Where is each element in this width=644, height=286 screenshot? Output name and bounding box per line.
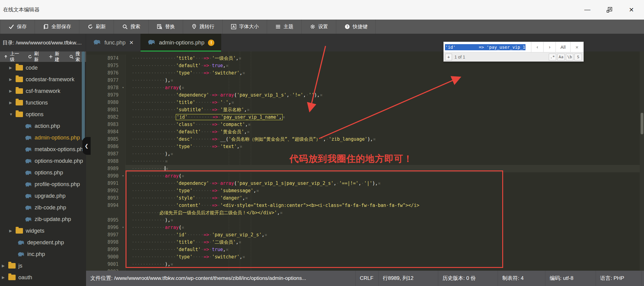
code-line-content[interactable]: ················'type'····=>·'switcher',… (126, 69, 644, 77)
fold-arrow-icon[interactable]: ▾ (122, 224, 124, 231)
toolbar-button-help[interactable]: ?快捷键 (336, 20, 376, 34)
toolbar-button-menu[interactable]: 主题 (267, 20, 302, 34)
tree-folder-oauth[interactable]: ▶oauth (0, 272, 86, 283)
code-line-content[interactable]: ················'content'····=>·'<div·st… (126, 202, 644, 209)
tree-file-zib-update.php[interactable]: zib-update.php (0, 213, 86, 225)
search-close-icon[interactable]: ✕ (571, 42, 583, 52)
code-line-content[interactable]: ················'title'······=>·'·',¤ (126, 99, 644, 106)
tree-item-label: dependent.php (27, 239, 64, 246)
maximize-icon[interactable] (605, 6, 613, 14)
toolbar-button-fontsize[interactable]: 字体大小 (223, 20, 267, 34)
search-add-button[interactable]: + (445, 54, 452, 60)
explorer-toolbar-up[interactable]: 上一级 (0, 51, 24, 62)
tab-admin-options.php[interactable]: admin-options.php! (141, 34, 221, 51)
tree-folder-functions[interactable]: ▶functions (0, 97, 86, 109)
tree-file-admin-options.php[interactable]: admin-options.php (0, 132, 86, 143)
caret-right-icon[interactable]: ▶ (9, 66, 13, 70)
search-option-S[interactable]: S (574, 54, 582, 60)
code-line-content[interactable]: ················'dependency'·=>·array('p… (126, 91, 644, 99)
editor-scrollbar-thumb[interactable] (641, 113, 643, 134)
code-line-content[interactable]: ················'default'·=>·true,¤ (126, 246, 644, 253)
caret-right-icon[interactable]: ▶ (2, 275, 6, 280)
search-all-button[interactable]: All (556, 42, 571, 52)
code-line-content[interactable]: ················'subtitle'···=>·'显示名称',¤ (126, 106, 644, 113)
tree-folder-js[interactable]: ▶js (0, 260, 86, 272)
caret-right-icon[interactable]: ▶ (2, 264, 6, 268)
code-line-content[interactable]: ················'default'·=>·true,¤ (126, 62, 644, 69)
fold-arrow-icon[interactable]: ▾ (122, 84, 124, 91)
toolbar-button-replace[interactable]: 替换 (149, 20, 183, 34)
code-line-content[interactable]: ················'dependency'·=>·array('p… (126, 180, 644, 187)
code-line-content[interactable]: ················'id'·········=>·'pay_use… (126, 113, 644, 121)
sidebar-collapse-button[interactable]: ❮ (82, 137, 91, 155)
toolbar-button-copy[interactable]: 全部保存 (35, 20, 79, 34)
search-prev-button[interactable]: ‹ (531, 42, 544, 52)
tree-file-options-module.php[interactable]: options-module.php (0, 155, 86, 167)
editor-scrollbar[interactable] (640, 51, 644, 271)
code-token: · (217, 92, 220, 98)
code-token: => (212, 144, 217, 149)
tree-file-inc.php[interactable]: inc.php (0, 248, 86, 260)
tree-folder-widgets[interactable]: ▶widgets (0, 225, 86, 237)
tree-item-label: admin-options.php (35, 135, 80, 141)
code-token: => (204, 254, 209, 260)
toolbar-button-pin[interactable]: 跳转行 (183, 20, 223, 34)
code-line-content[interactable]: ················'default'····=>·'黄金会员',¤ (126, 128, 644, 135)
code-token: ············ (132, 225, 165, 230)
caret-right-icon[interactable]: ▶ (9, 89, 13, 93)
code-line-content[interactable]: ················'id'······=>·'pay_user_v… (126, 231, 644, 238)
search-option-Aa[interactable]: Aa (557, 54, 565, 60)
code-line-content[interactable]: ············),¤ (126, 77, 644, 84)
tab-func.php[interactable]: func.php✕ (86, 34, 141, 51)
caret-down-icon[interactable]: ▼ (9, 112, 13, 116)
search-next-button[interactable]: › (544, 42, 556, 52)
caret-right-icon[interactable]: ▶ (9, 229, 13, 233)
code-line-content[interactable]: ············array(¤ (126, 172, 644, 180)
explorer-toolbar-refresh[interactable]: 刷新 (24, 51, 45, 62)
close-icon[interactable]: ✕ (627, 6, 635, 14)
toolbar-button-refresh[interactable]: 刷新 (79, 20, 114, 34)
code-line-content[interactable]: ············),¤ (126, 216, 644, 224)
fold-arrow-icon[interactable]: ▾ (122, 172, 124, 180)
code-line-content[interactable]: ············¤ (126, 268, 644, 271)
toolbar-button-gear[interactable]: 设置 (302, 20, 336, 34)
code-line-content[interactable]: ················'desc'·······=>·__('会员名称… (126, 135, 644, 143)
code-line-content[interactable]: ················'type'····=>·'switcher',… (126, 253, 644, 261)
tree-file-options.php[interactable]: options.php (0, 167, 86, 178)
caret-right-icon[interactable]: ▶ (9, 77, 13, 82)
explorer-toolbar-plus[interactable]: 新建 (45, 51, 65, 62)
code-line-content[interactable]: ············array(¤ (126, 224, 644, 231)
code-line-content[interactable]: ············),¤ (126, 261, 644, 268)
search-input[interactable]: 'id' => 'pay_user_vip_1 (444, 42, 531, 52)
code-line-content[interactable]: ················'type'·······=>·'text',¤ (126, 143, 644, 150)
minimize-icon[interactable]: — (583, 6, 591, 14)
tree-file-metabox-options.php[interactable]: metabox-options.php (0, 143, 86, 155)
tree-file-zib-code.php[interactable]: zib-code.php (0, 202, 86, 213)
code-line-content[interactable]: ················'style'······=>·'danger'… (126, 194, 644, 202)
tree-file-action.php[interactable]: action.php (0, 120, 86, 132)
code-line-content[interactable]: ············array(¤ (126, 84, 644, 91)
code-line-content[interactable]: ············¤ (126, 165, 644, 172)
tree-folder-code[interactable]: ▶code (0, 62, 86, 74)
code-line-content[interactable]: ············¤ (126, 158, 644, 165)
code-line-content[interactable]: ················'type'·······=>·'submess… (126, 187, 644, 194)
sidebar-scrollbar[interactable] (82, 51, 85, 140)
tree-folder-options[interactable]: ▼options (0, 109, 86, 120)
code-editor[interactable]: 8974················'title'···=>·'一级会员',… (86, 51, 644, 271)
tab-close-icon[interactable]: ✕ (129, 40, 134, 46)
tree-folder-codestar-framework[interactable]: ▶codestar-framework (0, 74, 86, 85)
search-option-[interactable]: .* (549, 54, 556, 60)
code-line-content[interactable]: ··········必须先开启一级会员后才能开启二级会员！</b></div>'… (126, 209, 644, 216)
tree-file-profile-options.php[interactable]: profile-options.php (0, 178, 86, 190)
tree-file-dependent.php[interactable]: dependent.php (0, 237, 86, 248)
folder-icon (16, 112, 23, 117)
tree-file-upgrade.php[interactable]: upgrade.php (0, 190, 86, 202)
caret-right-icon[interactable]: ▶ (9, 101, 13, 105)
tree-folder-csf-framework[interactable]: ▶csf-framework (0, 85, 86, 97)
code-line-content[interactable]: ············),¤ (126, 150, 644, 158)
search-option-b[interactable]: \b (566, 54, 573, 60)
code-line-content[interactable]: ················'class'······=>·'compact… (126, 121, 644, 128)
toolbar-button-magnifier[interactable]: 搜索 (114, 20, 149, 34)
code-line-content[interactable]: ················'title'···=>·'二级会员',¤ (126, 238, 644, 246)
toolbar-button-check[interactable]: 保存 (0, 20, 35, 34)
